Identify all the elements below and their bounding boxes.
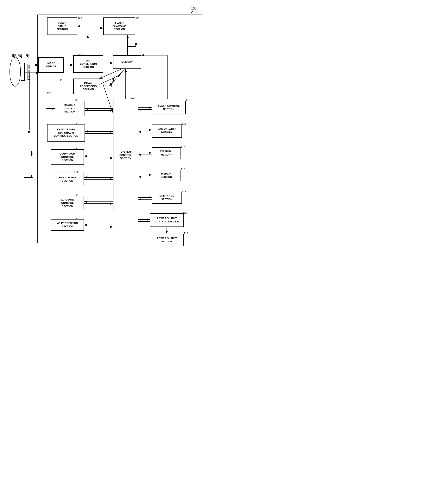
imaging-control-block: IMAGINGCONTROLSECTION [55, 101, 85, 116]
svg-line-12 [21, 57, 22, 58]
svg-text:103: 103 [18, 53, 22, 56]
label-104: 104 [74, 148, 79, 151]
flash-control-block: FLASH CONTROLSECTION [152, 101, 186, 114]
label-112: 112 [74, 194, 79, 197]
svg-rect-5 [28, 64, 30, 80]
label-122: 122 [136, 16, 140, 19]
power-supply-control-block: POWER SUPPLYCONTROL SECTION [150, 213, 184, 227]
svg-text:101: 101 [12, 53, 16, 56]
label-111: 111 [60, 79, 64, 81]
svg-rect-4 [21, 63, 24, 80]
diagram: 100 ↙ FLASHFIRINGSECTION 123 FLASHCHARGI… [5, 4, 208, 248]
label-115: 115 [181, 168, 185, 171]
exposure-control-block: EXPOSURECONTROLSECTION [51, 196, 84, 210]
operation-section-block: OPERATIONSECTION [152, 192, 182, 204]
memory-block: MEMORY [113, 55, 141, 69]
label-119: 119 [184, 232, 188, 235]
label-123: 123 [78, 16, 82, 19]
label-113: 113 [74, 217, 79, 220]
page: 100 ↙ FLASHFIRINGSECTION 123 FLASHCHARGI… [5, 4, 208, 248]
image-processing-block: IMAGEPROCESSINGSECTION [73, 79, 103, 94]
label-118: 118 [182, 122, 186, 125]
svg-rect-8 [29, 75, 29, 78]
af-processing-block: AF PROCESSINGSECTION [51, 219, 84, 231]
flash-charging-block: FLASHCHARGINGSECTION [103, 17, 135, 35]
label-110: 110 [140, 54, 145, 57]
svg-rect-6 [29, 65, 29, 68]
power-supply-block: POWER SUPPLYSECTION [150, 234, 184, 246]
lcd-diaphragm-block: LIQUID CRYSTALDIAPHRAGMCONTROL SECTION [47, 124, 85, 142]
svg-rect-7 [29, 70, 29, 73]
label-106: 106 [73, 122, 78, 125]
lens-control-block: LENS CONTROLSECTION [51, 172, 84, 186]
image-sensor-block: IMAGESENSOR [38, 57, 64, 73]
external-memory-block: EXTERNALMEMORY [152, 147, 181, 159]
display-section-block: DISPLAYSECTION [152, 170, 181, 181]
label-117: 117 [182, 190, 186, 193]
svg-text:105: 105 [26, 53, 30, 56]
flash-firing-block: FLASHFIRINGSECTION [47, 17, 77, 35]
label-116: 116 [130, 97, 134, 100]
label-121: 121 [186, 99, 190, 102]
svg-point-2 [10, 57, 20, 86]
label-108: 108 [73, 99, 78, 102]
system-control-block: SYSTEMCONTROLSECTION [113, 99, 138, 211]
label-102: 102 [74, 171, 79, 173]
label-109: 109 [78, 54, 82, 57]
ref-arrow: ↙ [190, 10, 193, 14]
non-volatile-block: NON-VOLATILEMEMORY [152, 124, 182, 138]
svg-line-14 [28, 57, 28, 58]
ad-conversion-block: A/DCONVERSIONSECTION [73, 55, 103, 73]
diaphragm-control-block: DIAPHRAGMCONTROLSECTION [51, 149, 84, 165]
label-114: 114 [181, 146, 185, 148]
label-120: 120 [183, 211, 187, 214]
svg-line-10 [14, 57, 15, 58]
